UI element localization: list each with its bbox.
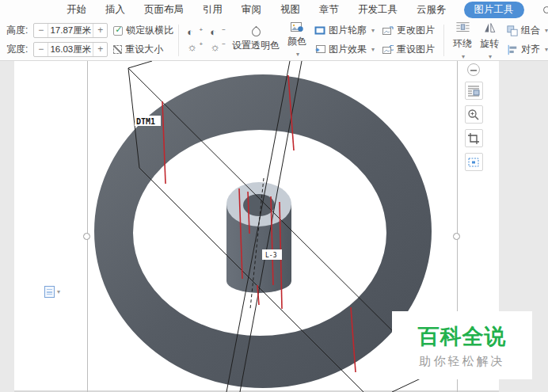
text-wrap-icon <box>455 21 470 35</box>
svg-text:DTM1: DTM1 <box>136 117 155 126</box>
picture-outline-button[interactable]: 图片轮廓 <box>314 24 375 37</box>
resize-handle-right[interactable] <box>453 233 460 240</box>
search-icon <box>543 6 548 13</box>
width-value[interactable]: 16.03厘米 <box>48 43 93 56</box>
menu-tab[interactable]: 视图 <box>280 3 300 17</box>
menu-tab[interactable]: 开始 <box>67 3 86 17</box>
group-align-group: 组合 对齐 <box>503 24 548 56</box>
align-objects-icon <box>507 44 518 55</box>
width-stepper: − 16.03厘米 + <box>33 42 108 57</box>
contrast-down-button[interactable]: − <box>210 27 225 38</box>
brightness-down-button[interactable]: − <box>210 41 225 53</box>
search-button[interactable]: 查找 <box>543 3 548 17</box>
height-stepper: − 17.87厘米 + <box>33 23 108 38</box>
menu-tab[interactable]: 审阅 <box>242 3 261 17</box>
reset-picture-icon <box>382 45 394 54</box>
svg-text:L-3: L-3 <box>265 252 277 259</box>
change-reset-group: 更改图片 重设图片 <box>379 24 439 56</box>
menu-tab[interactable]: 开发工具 <box>358 3 398 17</box>
align-button[interactable]: 对齐 <box>507 43 548 56</box>
wrap-button[interactable]: 环绕 <box>449 21 476 60</box>
width-increase-button[interactable]: + <box>93 43 107 56</box>
adjust-group: + − + − <box>184 27 228 53</box>
menu-tab[interactable]: 插入 <box>105 3 125 17</box>
ribbon-separator <box>443 25 444 56</box>
height-label: 高度: <box>6 24 28 37</box>
lock-aspect-label: 锁定纵横比 <box>126 24 173 37</box>
change-picture-button[interactable]: 更改图片 <box>382 24 435 37</box>
magnifier-plus-icon <box>467 108 480 121</box>
brightness-up-button[interactable]: + <box>187 41 202 53</box>
picture-outline-icon <box>314 26 325 35</box>
group-objects-icon <box>507 25 518 36</box>
reset-size-label: 重设大小 <box>125 43 163 56</box>
lock-aspect-checkbox-row[interactable]: 锁定纵横比 <box>113 24 173 37</box>
watermark-card: 百科全说 助你轻松解决 <box>392 311 532 379</box>
lock-aspect-checkbox[interactable] <box>113 26 123 36</box>
picture-effects-button[interactable]: 图片效果 <box>314 43 375 56</box>
menu-bar: 开始插入页面布局引用审阅视图章节开发工具云服务 图片工具 查找 <box>0 0 548 20</box>
droplet-icon <box>249 26 262 39</box>
watermark-title: 百科全说 <box>418 322 507 351</box>
picture-effects-icon <box>314 45 325 54</box>
zoom-button[interactable] <box>465 105 483 124</box>
picture-color-icon <box>291 22 303 32</box>
rotate-button[interactable]: 旋转 <box>476 21 503 60</box>
outline-effects-group: 图片轮廓 图片效果 <box>310 24 379 56</box>
ribbon-separator <box>178 25 179 56</box>
axis-tag-label: L-3 <box>262 249 282 260</box>
text-wrap-icon <box>467 85 480 97</box>
color-button[interactable]: 颜色 <box>284 22 310 58</box>
rotate-icon <box>482 21 497 35</box>
floating-picture-toolbar <box>463 63 484 171</box>
width-decrease-button[interactable]: − <box>34 43 48 56</box>
selection-marquee-icon <box>467 156 480 169</box>
datum-plane-label: DTM1 <box>135 116 161 126</box>
height-increase-button[interactable]: + <box>93 24 107 37</box>
group-button[interactable]: 组合 <box>507 24 548 37</box>
crop-button[interactable] <box>465 129 483 147</box>
menu-tab[interactable]: 引用 <box>203 3 223 17</box>
select-region-button[interactable] <box>465 153 483 171</box>
height-decrease-button[interactable]: − <box>34 24 48 37</box>
document-area: DTM1 L-3 ▾ <box>0 61 548 392</box>
height-value[interactable]: 17.87厘米 <box>48 24 93 37</box>
layout-options-icon <box>44 286 55 298</box>
menu-tab[interactable]: 页面布局 <box>144 3 184 17</box>
chevron-down-icon: ▾ <box>57 288 60 295</box>
set-transparent-button[interactable]: 设置透明色 <box>228 28 284 52</box>
menu-tab[interactable]: 章节 <box>319 3 339 17</box>
contrast-up-button[interactable]: + <box>187 27 202 38</box>
resize-handle-left[interactable] <box>83 233 90 240</box>
reset-picture-button[interactable]: 重设图片 <box>382 43 435 56</box>
collapse-toolbar-button[interactable] <box>467 63 480 76</box>
picture-tools-ribbon: 高度: − 17.87厘米 + 锁定纵横比 宽度: − 16.03厘米 + 重设… <box>0 20 548 61</box>
watermark-subtitle: 助你轻松解决 <box>420 354 505 369</box>
change-picture-icon <box>382 26 394 35</box>
crop-icon <box>467 132 480 145</box>
tab-picture-tools[interactable]: 图片工具 <box>464 2 524 18</box>
layout-options-button[interactable]: ▾ <box>44 286 60 298</box>
size-group: 高度: − 17.87厘米 + 锁定纵横比 宽度: − 16.03厘米 + 重设… <box>6 23 173 57</box>
width-label: 宽度: <box>6 43 28 56</box>
reset-size-button[interactable]: 重设大小 <box>113 43 173 56</box>
selection-border-left <box>87 61 88 392</box>
wrap-text-button[interactable] <box>465 82 483 100</box>
reset-size-icon <box>113 45 122 54</box>
menu-tab[interactable]: 云服务 <box>417 3 447 17</box>
